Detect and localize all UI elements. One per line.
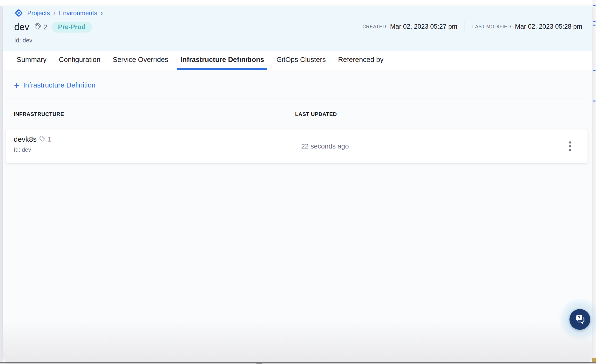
column-header-last-updated: LAST UPDATED <box>295 111 337 117</box>
tab-infrastructure-definitions[interactable]: Infrastructure Definitions <box>177 51 267 70</box>
background-text-fragment <box>593 21 596 22</box>
help-chat-button[interactable]: ? <box>569 309 590 330</box>
column-header-infrastructure: INFRASTRUCTURE <box>14 111 295 117</box>
tags-icon <box>39 136 45 142</box>
add-button-label: Infrastructure Definition <box>23 81 96 89</box>
breadcrumb-link-environments[interactable]: Environments <box>59 9 97 17</box>
environment-type-badge: Pre-Prod <box>52 22 92 33</box>
project-diamond-icon <box>14 8 23 18</box>
created-label: CREATED: <box>362 24 387 30</box>
chat-question-icon: ? <box>574 314 585 325</box>
background-text-fragment <box>593 70 596 71</box>
infrastructure-name-row: devk8s 1 <box>14 135 52 143</box>
background-partial-row: K8s Manifest { } <inputs /deploy/ // <box>0 362 596 364</box>
tab-configuration[interactable]: Configuration <box>55 51 104 70</box>
tab-service-overrides[interactable]: Service Overrides <box>110 51 172 70</box>
kebab-menu-icon <box>569 149 571 151</box>
breadcrumb: Projects › Environments › <box>14 8 592 18</box>
infrastructure-cell: devk8s 1 Id: dev <box>14 135 52 153</box>
background-page-right-edge <box>592 0 596 364</box>
table-row[interactable]: devk8s 1 Id: dev 22 seconds ago <box>6 129 588 163</box>
row-options-menu-button[interactable] <box>567 139 573 153</box>
tab-gitops-clusters[interactable]: GitOps Clusters <box>273 51 329 70</box>
section-divider <box>7 99 588 99</box>
environment-id: Id: dev <box>14 37 592 44</box>
breadcrumb-separator: › <box>53 9 56 17</box>
environment-details-panel: Projects › Environments › dev 2 Pre-Prod… <box>3 6 592 362</box>
infrastructure-id: Id: dev <box>14 146 52 153</box>
background-text-fragment <box>593 5 596 6</box>
environment-header: Projects › Environments › dev 2 Pre-Prod… <box>3 6 592 51</box>
kebab-menu-icon <box>569 141 571 143</box>
environment-tabs: Summary Configuration Service Overrides … <box>3 51 592 70</box>
last-updated-cell: 22 seconds ago <box>301 142 349 150</box>
background-page-left-edge <box>0 6 3 364</box>
tags-icon <box>34 23 41 31</box>
table-header-row: INFRASTRUCTURE LAST UPDATED <box>14 111 592 117</box>
page-title: dev <box>14 22 30 32</box>
tab-referenced-by[interactable]: Referenced by <box>335 51 387 70</box>
plus-icon: + <box>14 82 19 89</box>
meta-divider <box>465 22 465 31</box>
tab-summary[interactable]: Summary <box>13 51 50 70</box>
add-infrastructure-definition-button[interactable]: + Infrastructure Definition <box>14 81 96 89</box>
environment-tags: 2 <box>34 23 47 31</box>
kebab-menu-icon <box>569 145 571 147</box>
last-modified-label: LAST MODIFIED: <box>472 24 513 30</box>
infrastructure-definitions-content: + Infrastructure Definition INFRASTRUCTU… <box>3 70 592 362</box>
infrastructure-tag-count: 1 <box>48 135 52 143</box>
environment-meta: CREATED: Mar 02, 2023 05:27 pm LAST MODI… <box>362 22 582 31</box>
created-value: Mar 02, 2023 05:27 pm <box>390 23 457 30</box>
environment-tag-count: 2 <box>43 23 47 31</box>
background-text-fragment <box>593 101 596 102</box>
background-text-fragment <box>593 25 596 26</box>
svg-text:?: ? <box>578 315 581 320</box>
breadcrumb-separator: › <box>100 9 103 17</box>
infrastructure-name: devk8s <box>14 135 37 143</box>
last-modified-value: Mar 02, 2023 05:28 pm <box>515 23 582 30</box>
breadcrumb-link-projects[interactable]: Projects <box>27 9 50 17</box>
